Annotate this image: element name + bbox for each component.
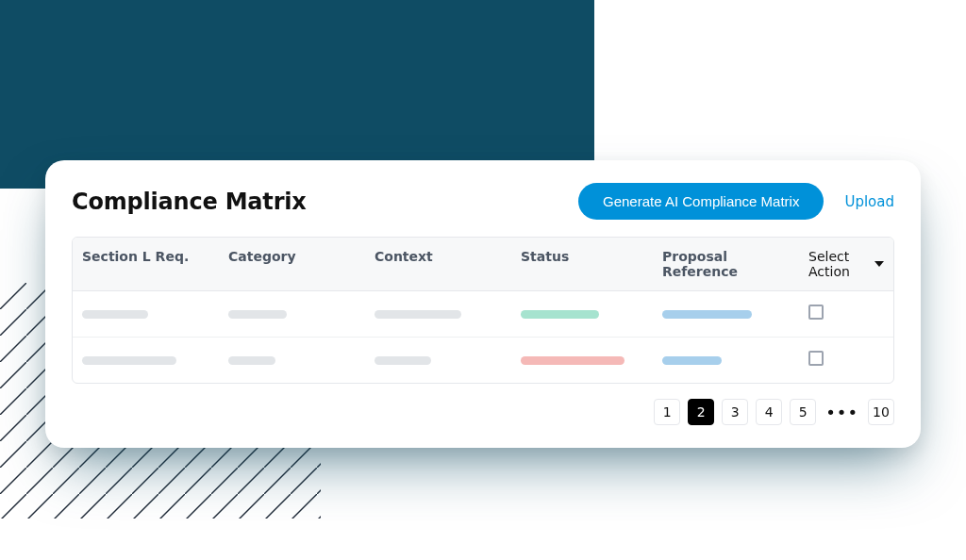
generate-ai-compliance-matrix-button[interactable]: Generate AI Compliance Matrix (578, 183, 824, 220)
table-header-row: Section L Req. Category Context Status P… (73, 238, 893, 291)
row-checkbox[interactable] (808, 351, 824, 366)
page-button-10[interactable]: 10 (868, 399, 894, 425)
pagination-ellipsis: ••• (824, 403, 860, 422)
placeholder-pill (521, 310, 599, 319)
col-proposal: Proposal Reference (653, 238, 799, 290)
placeholder-pill (662, 310, 752, 319)
page-title: Compliance Matrix (72, 189, 307, 215)
col-section: Section L Req. (73, 238, 219, 290)
col-status: Status (511, 238, 653, 290)
col-context: Context (365, 238, 511, 290)
placeholder-pill (228, 356, 275, 365)
compliance-table: Section L Req. Category Context Status P… (72, 237, 894, 384)
card-header: Compliance Matrix Generate AI Compliance… (72, 183, 894, 220)
upload-link[interactable]: Upload (844, 193, 894, 210)
placeholder-pill (375, 356, 431, 365)
placeholder-pill (228, 310, 287, 319)
row-checkbox[interactable] (808, 305, 824, 320)
select-action-dropdown[interactable]: Select Action (808, 249, 884, 279)
page-button-5[interactable]: 5 (790, 399, 816, 425)
placeholder-pill (662, 356, 722, 365)
table-row (73, 338, 893, 383)
select-action-label: Select Action (808, 249, 869, 279)
caret-down-icon (874, 261, 884, 267)
col-category: Category (219, 238, 365, 290)
page-button-3[interactable]: 3 (722, 399, 748, 425)
placeholder-pill (375, 310, 461, 319)
placeholder-pill (82, 310, 148, 319)
page-button-2[interactable]: 2 (688, 399, 714, 425)
placeholder-pill (82, 356, 176, 365)
table-row (73, 291, 893, 338)
page-button-4[interactable]: 4 (756, 399, 782, 425)
placeholder-pill (521, 356, 625, 365)
pagination: 12345•••10 (72, 399, 894, 425)
compliance-card: Compliance Matrix Generate AI Compliance… (45, 160, 921, 448)
page-button-1[interactable]: 1 (654, 399, 680, 425)
